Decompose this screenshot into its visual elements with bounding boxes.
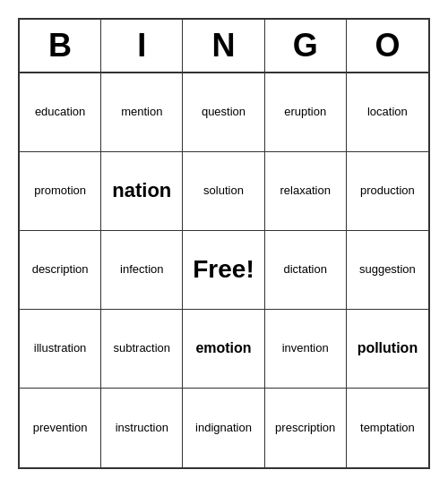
header-letter: N [183, 20, 264, 72]
bingo-cell: relaxation [265, 152, 347, 231]
bingo-cell: subtraction [101, 310, 183, 389]
bingo-cell: instruction [101, 389, 183, 467]
bingo-cell: eruption [265, 73, 347, 152]
bingo-cell: pollution [347, 310, 428, 389]
header-letter: I [101, 20, 183, 72]
bingo-cell: suggestion [347, 231, 428, 310]
bingo-cell: mention [101, 73, 183, 152]
bingo-grid: educationmentionquestioneruptionlocation… [20, 73, 428, 467]
header-letter: O [347, 20, 428, 72]
bingo-cell: description [20, 231, 101, 310]
bingo-cell: infection [101, 231, 183, 310]
bingo-cell: temptation [347, 389, 428, 467]
bingo-cell: location [347, 73, 428, 152]
bingo-cell: production [347, 152, 428, 231]
bingo-cell: nation [101, 152, 183, 231]
header-letter: B [20, 20, 101, 72]
bingo-cell: solution [183, 152, 264, 231]
bingo-card: BINGO educationmentionquestioneruptionlo… [18, 18, 430, 469]
bingo-cell: indignation [183, 389, 264, 467]
bingo-cell: education [20, 73, 101, 152]
bingo-cell: invention [265, 310, 347, 389]
bingo-header: BINGO [20, 20, 428, 73]
header-letter: G [265, 20, 347, 72]
bingo-cell: emotion [183, 310, 264, 389]
bingo-cell: question [183, 73, 264, 152]
bingo-cell: dictation [265, 231, 347, 310]
bingo-cell: illustration [20, 310, 101, 389]
bingo-cell: promotion [20, 152, 101, 231]
bingo-cell: prevention [20, 389, 101, 467]
bingo-cell: Free! [183, 231, 264, 310]
bingo-cell: prescription [265, 389, 347, 467]
